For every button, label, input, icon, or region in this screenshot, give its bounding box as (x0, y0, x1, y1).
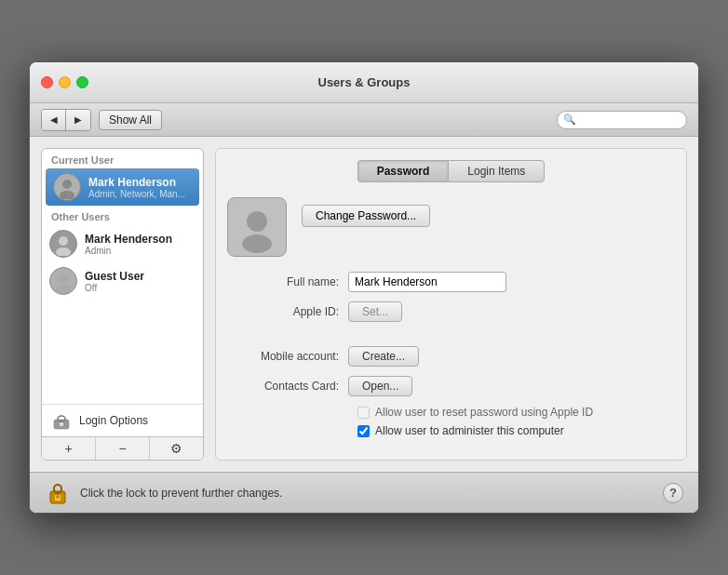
user-name-mark-other: Mark Henderson (85, 233, 172, 246)
svg-point-9 (247, 211, 267, 232)
toolbar: ◀ ▶ Show All 🔍 (30, 103, 698, 137)
login-options-label: Login Options (79, 414, 148, 427)
traffic-lights (41, 76, 88, 88)
title-bar: Users & Groups (30, 62, 698, 103)
administer-label: Allow user to administer this computer (375, 424, 564, 437)
sidebar-spacer (42, 300, 203, 404)
sidebar: Current User Mark Henderson Admin, Netwo… (41, 148, 204, 461)
avatar-mark-current (53, 173, 81, 201)
apple-id-label: Apple ID: (227, 305, 348, 318)
svg-point-5 (56, 285, 71, 293)
search-icon: 🔍 (563, 114, 576, 126)
reset-password-checkbox[interactable] (357, 407, 370, 419)
search-box: 🔍 (557, 111, 687, 129)
user-item-mark-other[interactable]: Mark Henderson Admin (42, 225, 203, 262)
svg-point-4 (59, 274, 68, 283)
lock-icon[interactable] (45, 480, 71, 506)
show-all-button[interactable]: Show All (99, 110, 162, 130)
svg-point-3 (56, 247, 71, 256)
svg-point-14 (56, 495, 60, 499)
mobile-account-create-button[interactable]: Create... (348, 346, 419, 367)
full-name-input[interactable] (348, 272, 506, 292)
login-options-item[interactable]: Login Options (42, 404, 203, 436)
apple-id-set-button[interactable]: Set... (348, 301, 402, 322)
user-name-mark-current: Mark Henderson (88, 176, 185, 189)
help-button[interactable]: ? (663, 483, 683, 503)
full-name-label: Full name: (227, 275, 348, 288)
avatar-mark-other (49, 230, 77, 258)
reset-password-row: Allow user to reset password using Apple… (357, 406, 675, 419)
user-name-guest: Guest User (85, 270, 144, 283)
reset-password-label: Allow user to reset password using Apple… (375, 406, 593, 419)
main-window: Users & Groups ◀ ▶ Show All 🔍 Current Us… (29, 61, 699, 514)
profile-avatar (227, 197, 287, 257)
main-panel: Password Login Items Change Password... … (215, 148, 687, 461)
other-users-label: Other Users (42, 206, 203, 225)
close-button[interactable] (41, 76, 53, 88)
user-info-mark-other: Mark Henderson Admin (85, 233, 172, 256)
user-info-guest: Guest User Off (85, 270, 144, 293)
tab-password[interactable]: Password (357, 160, 449, 182)
contacts-card-open-button[interactable]: Open... (348, 376, 412, 396)
user-sub-guest: Off (85, 283, 144, 293)
search-input[interactable] (557, 111, 687, 129)
full-name-row: Full name: (227, 272, 675, 292)
tab-login-items[interactable]: Login Items (448, 160, 545, 182)
current-user-label: Current User (42, 149, 203, 168)
nav-buttons: ◀ ▶ (41, 109, 91, 131)
svg-point-2 (59, 236, 68, 246)
svg-point-0 (62, 180, 72, 189)
add-user-button[interactable]: + (42, 437, 96, 460)
login-options-icon (51, 410, 72, 431)
change-password-button[interactable]: Change Password... (302, 205, 430, 227)
settings-button[interactable]: ⚙ (150, 437, 203, 460)
svg-rect-8 (60, 422, 63, 426)
sidebar-actions: + − ⚙ (42, 436, 203, 460)
svg-point-1 (60, 191, 74, 199)
svg-point-10 (242, 234, 272, 253)
maximize-button[interactable] (76, 76, 88, 88)
administer-row: Allow user to administer this computer (357, 424, 675, 437)
user-sub-mark-other: Admin (85, 246, 172, 256)
profile-section: Change Password... (227, 197, 675, 257)
minimize-button[interactable] (59, 76, 71, 88)
contacts-card-label: Contacts Card: (227, 380, 348, 393)
user-item-guest[interactable]: Guest User Off (42, 262, 203, 300)
administer-checkbox[interactable] (357, 425, 370, 437)
content-area: Current User Mark Henderson Admin, Netwo… (30, 137, 698, 472)
forward-button[interactable]: ▶ (66, 110, 90, 130)
user-item-mark-current[interactable]: Mark Henderson Admin, Network, Man... (46, 168, 199, 206)
mobile-account-label: Mobile account: (227, 350, 348, 363)
tab-bar: Password Login Items (227, 160, 675, 182)
lock-text: Click the lock to prevent further change… (80, 487, 282, 500)
user-info-mark-current: Mark Henderson Admin, Network, Man... (88, 176, 185, 199)
bottom-bar: Click the lock to prevent further change… (30, 472, 698, 513)
remove-user-button[interactable]: − (96, 437, 150, 460)
user-sub-mark-current: Admin, Network, Man... (88, 189, 185, 199)
mobile-account-row: Mobile account: Create... (227, 346, 675, 367)
contacts-card-row: Contacts Card: Open... (227, 376, 675, 396)
apple-id-row: Apple ID: Set... (227, 301, 675, 322)
back-button[interactable]: ◀ (42, 110, 66, 130)
avatar-guest (49, 267, 77, 295)
window-title: Users & Groups (318, 75, 411, 89)
